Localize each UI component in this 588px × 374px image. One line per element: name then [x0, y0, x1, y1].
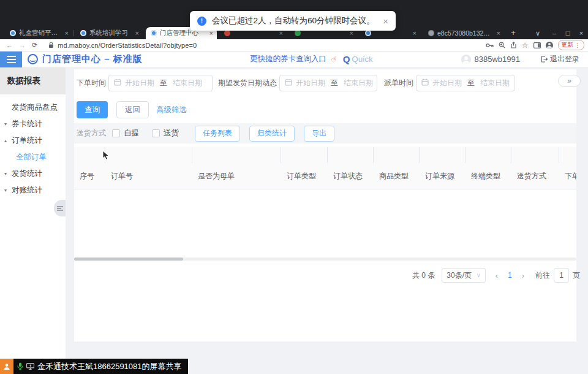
tab-close-icon[interactable]: ×	[135, 29, 139, 37]
tab-favicon	[80, 30, 86, 36]
start-date-placeholder: 开始日期	[125, 78, 154, 88]
quick-label[interactable]: Quick	[352, 55, 373, 64]
logout-icon	[541, 56, 548, 63]
participant-icon	[0, 359, 13, 374]
tab-divider	[74, 30, 74, 36]
page-size-select[interactable]: 30条/页 ∨	[442, 268, 485, 283]
tab-close-icon[interactable]: ×	[65, 29, 69, 37]
tab-favicon	[365, 30, 371, 36]
calendar-icon	[114, 77, 121, 88]
to-label: 至	[467, 78, 475, 88]
chevron-down-icon: ▾	[4, 171, 7, 177]
tab-close-icon[interactable]: ×	[413, 29, 417, 37]
sidebar-item-all-orders-active[interactable]: 全部订单	[0, 149, 66, 166]
side-panel-icon[interactable]	[533, 42, 541, 48]
expected-ship-date-range-input[interactable]: 开始日期 至 结束日期	[279, 75, 377, 91]
quick-entry: 更快捷的券卡查询入口 ☞ Q Quick	[250, 54, 373, 64]
classify-stats-button[interactable]: 归类统计	[249, 126, 295, 142]
microphone-icon	[17, 362, 23, 370]
delivery-toolbar: 送货方式 自提 送货 任务列表 归类统计 导出	[74, 123, 576, 143]
table-header-label-row: 序号订单号是否为母单订单类型订单状态商品类型订单来源终端类型送货方式下单时间	[74, 163, 576, 189]
current-page-button[interactable]: 1	[508, 271, 512, 280]
goto-page-input[interactable]: 1	[554, 268, 569, 283]
table-column-header-8: 送货方式	[511, 171, 559, 181]
horizontal-scrollbar[interactable]	[74, 258, 576, 261]
table-column-header-2: 是否为母单	[192, 171, 281, 181]
reload-icon[interactable]: ⟳	[32, 41, 37, 49]
browser-update-button[interactable]: 更新 ⋮	[558, 40, 585, 50]
window-minimize-button[interactable]: –	[548, 28, 560, 39]
order-time-range-input[interactable]: 开始日期 至 结束日期	[108, 75, 213, 91]
filter-label-order-time: 下单时间	[77, 78, 106, 88]
window-close-button[interactable]: ×	[575, 28, 587, 39]
sidebar: 数据报表 发货商品盘点 ▾ 券卡统计 ▴ 订单统计 全部订单 ▾ 发货统计 ▾ …	[0, 67, 66, 374]
sidebar-item-coupon-card-stats[interactable]: ▾ 券卡统计	[0, 116, 66, 132]
sidebar-item-shipped-goods-inventory[interactable]: 发货商品盘点	[0, 99, 66, 116]
window-maximize-button[interactable]: □	[562, 28, 574, 39]
app-logo-icon	[28, 54, 38, 64]
next-page-button[interactable]: ›	[522, 271, 524, 280]
password-key-icon[interactable]	[486, 42, 494, 48]
logout-button[interactable]: 退出登录	[541, 54, 579, 64]
sidebar-item-shipping-stats[interactable]: ▾ 发货统计	[0, 166, 66, 182]
export-button[interactable]: 导出	[304, 126, 334, 142]
user-avatar[interactable]	[461, 55, 471, 64]
table-column-header-7: 终端类型	[466, 171, 511, 181]
forward-icon[interactable]: →	[19, 42, 26, 49]
filter-expand-button[interactable]: »	[558, 75, 581, 87]
tab-close-icon[interactable]: ×	[497, 29, 500, 37]
sidebar-item-reconciliation-stats[interactable]: ▾ 对账统计	[0, 182, 66, 199]
back-button[interactable]: 返回	[116, 101, 149, 118]
meeting-notification-banner: ! 会议已超过2人，自动转为60分钟限时会议。 ×	[190, 11, 396, 31]
self-pickup-checkbox[interactable]	[112, 129, 120, 137]
browser-profile-avatar[interactable]	[546, 42, 553, 49]
start-date-placeholder: 开始日期	[296, 78, 325, 88]
address-bar-actions: ☆ 更新 ⋮	[486, 40, 588, 50]
tab-title: 礼盒营销平台管理中心	[19, 29, 61, 37]
bookmark-star-icon[interactable]: ☆	[522, 41, 529, 50]
browser-menu-icon[interactable]: ⋮	[575, 42, 581, 48]
zoom-icon[interactable]	[499, 42, 505, 48]
task-list-button[interactable]: 任务列表	[195, 126, 240, 142]
calendar-icon	[421, 77, 429, 88]
lock-icon[interactable]	[48, 42, 54, 48]
page-unit-label: 页	[573, 270, 580, 281]
to-label: 至	[160, 78, 167, 88]
start-date-placeholder: 开始日期	[432, 78, 462, 88]
back-icon[interactable]: ←	[6, 42, 13, 49]
query-button[interactable]: 查询	[77, 101, 108, 118]
url-text[interactable]: md.maboy.cn/OrderStatisticsDetail?objtyp…	[58, 42, 197, 49]
table-column-header-0: 序号	[74, 171, 105, 181]
sidebar-item-order-stats[interactable]: ▴ 订单统计	[0, 132, 66, 149]
filter-row: 下单时间 开始日期 至 结束日期 期望发货日期动态 开始日期 至 结束日期 派单…	[77, 74, 515, 91]
advanced-filter-link[interactable]: 高级筛选	[156, 105, 187, 115]
table-column-divider	[74, 147, 105, 163]
table-column-header-9: 下单时间	[559, 171, 576, 181]
table-column-header-6: 订单来源	[420, 171, 466, 181]
scrollbar-thumb[interactable]	[74, 258, 183, 261]
tab-favicon	[10, 30, 16, 36]
prev-page-button[interactable]: ‹	[496, 271, 498, 280]
calendar-icon	[285, 77, 292, 88]
browser-tab-1[interactable]: 礼盒营销平台管理中心 ×	[5, 27, 72, 39]
tab-favicon	[151, 30, 157, 36]
browser-tab-7[interactable]: e8c573080b1328a258fd2e6... ×	[423, 27, 504, 39]
app-title: 门店管理中心 – 标准版	[42, 53, 143, 65]
notification-close-icon[interactable]: ×	[383, 16, 388, 26]
tab-title: e8c573080b1328a258fd2e6...	[437, 29, 493, 37]
table-column-header-1: 订单号	[105, 171, 192, 181]
sidebar-collapse-handle[interactable]	[54, 200, 66, 216]
table-column-divider	[192, 147, 281, 163]
delivery-checkbox[interactable]	[152, 129, 160, 137]
tab-search-icon[interactable]: ∨	[532, 28, 544, 39]
quick-q-icon[interactable]: Q	[343, 54, 350, 64]
username-text: 8385wb1991	[475, 55, 520, 64]
dispatch-time-range-input[interactable]: 开始日期 至 结束日期	[416, 75, 515, 91]
coupon-query-link[interactable]: 更快捷的券卡查询入口	[250, 54, 326, 64]
new-tab-button[interactable]: +	[508, 28, 518, 38]
browser-tab-2[interactable]: 系统培训学习 ×	[75, 27, 143, 39]
table-column-divider	[466, 147, 511, 163]
share-icon[interactable]	[510, 42, 517, 48]
notification-text: 会议已超过2人，自动转为60分钟限时会议。	[212, 15, 375, 26]
hamburger-menu-button[interactable]	[0, 52, 22, 67]
